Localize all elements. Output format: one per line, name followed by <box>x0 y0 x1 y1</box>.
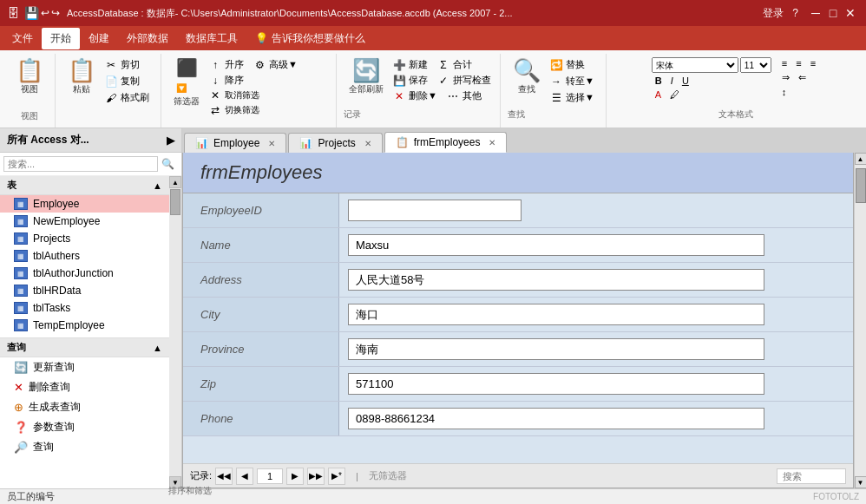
replace-button[interactable]: 🔁 替换 <box>546 57 598 72</box>
nav-label-tblauthorjunction: tblAuthorJunction <box>33 267 114 279</box>
goto-button[interactable]: → 转至▼ <box>546 74 598 88</box>
advanced-button[interactable]: ⚙ 高级▼ <box>249 57 301 72</box>
nav-item-param-query[interactable]: ❓ 参数查询 <box>0 417 169 437</box>
quick-save[interactable]: 💾 <box>24 6 39 20</box>
menu-create[interactable]: 创建 <box>80 28 118 49</box>
clear-filter-button[interactable]: ✕ 取消筛选 <box>205 88 301 102</box>
form-row-employeeid: EmployeeID <box>183 193 853 228</box>
cut-button[interactable]: ✂ 剪切 <box>101 57 153 72</box>
scroll-thumb[interactable] <box>856 168 866 203</box>
nav-item-newemployee[interactable]: ▦ NewEmployee <box>0 213 169 230</box>
input-phone[interactable] <box>348 408 764 429</box>
nav-item-employee[interactable]: ▦ Employee <box>0 195 169 213</box>
nav-last-btn[interactable]: ▶▶ <box>307 468 325 485</box>
nav-item-update-query[interactable]: 🔄 更新查询 <box>0 357 169 377</box>
input-address[interactable] <box>348 269 764 291</box>
nav-prev-btn[interactable]: ◀ <box>236 468 253 485</box>
italic-icon: I <box>671 75 673 86</box>
input-province[interactable] <box>348 338 764 360</box>
nav-new-btn[interactable]: ▶* <box>328 468 345 485</box>
nav-toggle-icon[interactable]: ▶ <box>167 134 174 147</box>
tab-frmemployees-close[interactable]: ✕ <box>489 138 495 147</box>
close-btn[interactable]: ✕ <box>842 4 859 22</box>
nav-item-projects[interactable]: ▦ Projects <box>0 230 169 247</box>
nav-item-make-query[interactable]: ⊕ 生成表查询 <box>0 397 169 417</box>
delete-button[interactable]: ✕ 删除▼ <box>389 88 441 103</box>
new-record-button[interactable]: ➕ 新建 <box>389 57 431 72</box>
nav-item-query[interactable]: 🔎 查询 <box>0 437 169 457</box>
outdent-button[interactable]: ⇐ <box>795 71 810 84</box>
field-employeeid <box>339 193 853 227</box>
nav-search-icon[interactable]: 🔍 <box>158 158 178 170</box>
nav-search[interactable] <box>777 468 846 484</box>
nav-scroll-up[interactable]: ▲ <box>169 176 181 188</box>
menu-start[interactable]: 开始 <box>42 28 80 49</box>
font-color-button[interactable]: A <box>652 88 665 101</box>
maximize-btn[interactable]: □ <box>824 4 842 22</box>
quick-redo[interactable]: ↪ <box>51 7 60 19</box>
select-button[interactable]: ☰ 选择▼ <box>546 90 598 105</box>
quick-undo[interactable]: ↩ <box>41 7 49 19</box>
scroll-up-btn[interactable]: ▲ <box>855 153 867 165</box>
nav-search-input[interactable] <box>3 156 158 172</box>
nav-item-tempemployee[interactable]: ▦ TempEmployee <box>0 317 169 334</box>
nav-record-num[interactable] <box>257 468 283 484</box>
input-city[interactable] <box>348 304 764 325</box>
view-button[interactable]: 📋 视图 <box>10 56 49 99</box>
refresh-button[interactable]: 🔄 全部刷新 <box>344 56 389 99</box>
tab-projects-close[interactable]: ✕ <box>364 139 371 148</box>
nav-next-btn[interactable]: ▶ <box>286 468 304 485</box>
find-button[interactable]: 🔍 查找 <box>508 56 546 99</box>
more-button[interactable]: ⋯ 其他 <box>443 88 485 103</box>
tab-projects[interactable]: 📊 Projects ✕ <box>288 133 382 153</box>
highlight-button[interactable]: 🖊 <box>666 88 683 101</box>
spell-button[interactable]: ✓ 拼写检查 <box>433 73 495 88</box>
menu-tools[interactable]: 数据库工具 <box>177 28 246 49</box>
menu-external[interactable]: 外部数据 <box>118 28 177 49</box>
input-name[interactable] <box>348 234 764 256</box>
copy-button[interactable]: 📄 复制 <box>101 74 153 88</box>
indent-button[interactable]: ⇒ <box>778 71 793 84</box>
font-size-select[interactable]: 11 <box>740 57 771 73</box>
input-employeeid[interactable] <box>348 200 522 221</box>
save-record-button[interactable]: 💾 保存 <box>389 73 431 88</box>
nav-item-tblauthors[interactable]: ▦ tblAuthers <box>0 247 169 265</box>
tab-frmemployees[interactable]: 📋 frmEmployees ✕ <box>384 132 508 153</box>
nav-item-tblhrdata[interactable]: ▦ tblHRData <box>0 282 169 299</box>
scroll-down-btn[interactable]: ▼ <box>855 476 867 488</box>
nav-item-tblauthorjunction[interactable]: ▦ tblAuthorJunction <box>0 265 169 282</box>
align-center-button[interactable]: ≡ <box>792 57 804 69</box>
align-left-button[interactable]: ≡ <box>778 57 791 69</box>
form-title: frmEmployees <box>183 153 853 193</box>
nav-item-tbltasks[interactable]: ▦ tblTasks <box>0 299 169 317</box>
font-select[interactable]: 宋体 <box>652 57 738 73</box>
line-spacing-button[interactable]: ↕ <box>778 86 791 98</box>
total-button[interactable]: Σ 合计 <box>433 57 476 72</box>
sort-desc-button[interactable]: ↓ 降序 <box>205 73 247 88</box>
minimize-btn[interactable]: ─ <box>807 4 824 22</box>
nav-first-btn[interactable]: ◀◀ <box>215 468 233 485</box>
nav-item-delete-query[interactable]: ✕ 删除查询 <box>0 377 169 397</box>
italic-button[interactable]: I <box>667 75 677 87</box>
line-spacing-icon: ↕ <box>782 87 787 97</box>
bold-button[interactable]: B <box>652 75 666 87</box>
highlight-icon: 🖊 <box>670 89 679 100</box>
help-btn[interactable]: ? <box>792 7 798 19</box>
nav-section-queries[interactable]: 查询 ▲ <box>0 337 169 357</box>
tab-employee-close[interactable]: ✕ <box>268 139 275 148</box>
login-btn[interactable]: 登录 <box>763 6 784 21</box>
paste-button[interactable]: 📋 粘贴 <box>62 56 101 99</box>
filter-button[interactable]: ⬛🔽 筛选器 <box>168 56 205 111</box>
align-right-button[interactable]: ≡ <box>807 57 819 69</box>
input-zip[interactable] <box>348 373 764 395</box>
tab-employee[interactable]: 📊 Employee ✕ <box>184 133 286 153</box>
format-painter-button[interactable]: 🖌 格式刷 <box>101 90 153 105</box>
menu-file[interactable]: 文件 <box>3 28 42 49</box>
underline-button[interactable]: U <box>679 75 692 87</box>
sort-asc-button[interactable]: ↑ 升序 <box>205 57 247 72</box>
toggle-filter-button[interactable]: ⇄ 切换筛选 <box>205 103 301 117</box>
nav-scroll-thumb[interactable] <box>170 189 180 215</box>
nav-section-tables[interactable]: 表 ▲ <box>0 176 169 195</box>
menu-search[interactable]: 💡 告诉我你想要做什么 <box>246 28 374 49</box>
nav-label-employee: Employee <box>33 198 79 210</box>
